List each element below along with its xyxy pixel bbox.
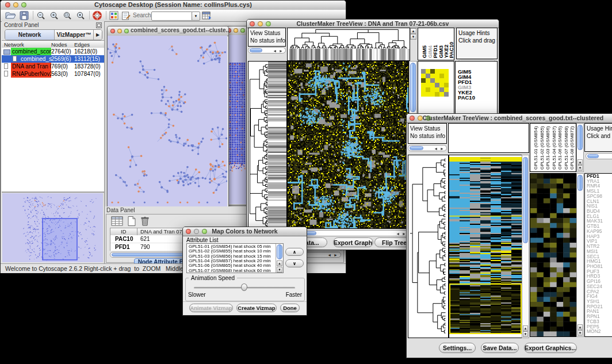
matrix-cell <box>430 87 435 92</box>
column-label[interactable]: GPL51-06 (GSM865) <box>558 126 563 170</box>
attribute-item[interactable]: GPL51-06 (GSM865) heat shock 40 min <box>188 263 275 268</box>
similarity-matrix[interactable] <box>421 69 449 97</box>
network-view-window-1[interactable]: combined_scores_good.txt--cluste... <box>107 26 229 206</box>
move-down-button[interactable]: ∨ <box>285 259 304 267</box>
column-label[interactable]: GIM5 <box>422 45 427 58</box>
network-name[interactable]: RNAPuberNov2+ <box>11 70 51 78</box>
tab[interactable]: VizMapper™ <box>55 30 94 40</box>
zoom-out-icon[interactable] <box>36 11 46 20</box>
minimize-button[interactable] <box>234 28 238 33</box>
gene-label[interactable]: MON2 <box>585 329 612 334</box>
row-dendrogram-canvas[interactable] <box>248 61 287 229</box>
zoom-fit-icon[interactable] <box>76 11 86 20</box>
tab[interactable]: ▶ <box>94 30 102 40</box>
control-panel-tabs: NetworkVizMapper™▶ <box>5 29 102 40</box>
network-canvas[interactable] <box>108 36 227 206</box>
zoom-in-icon[interactable] <box>49 11 59 20</box>
zoomed-heatmap-canvas[interactable] <box>530 173 577 337</box>
scroll-up-icon[interactable]: ▲ <box>577 159 583 165</box>
network-name[interactable]: combined_scores <box>11 48 51 55</box>
scroll-down-icon[interactable]: ▼ <box>523 331 528 337</box>
attribute-listbox[interactable]: GPL51-01 (GSM854) heat shock 05 minGPL51… <box>186 243 284 273</box>
scroll-arrows-icon[interactable]: ◄ ► <box>273 49 284 53</box>
attribute-item[interactable]: GPL51-07 (GSM868) heat shock 60 min <box>188 269 275 272</box>
speed-slider-thumb[interactable] <box>241 283 247 291</box>
scroll-up-icon[interactable]: ▲ <box>577 324 583 330</box>
view-status-hscrollbar[interactable]: ◄ ► <box>408 145 447 151</box>
main-titlebar[interactable]: Cytoscape Desktop (Session Name: collins… <box>1 1 346 10</box>
column-label[interactable]: GPL51-07 (GSM868) <box>564 126 569 170</box>
minimize-button[interactable] <box>117 29 122 33</box>
zoomed-vscrollbar[interactable]: ▲ ▼ <box>576 173 584 337</box>
column-label[interactable]: GPL51-08 (GSM872) <box>570 126 575 170</box>
network-name[interactable]: DNA and Tran 07 <box>11 63 51 70</box>
node-attributes-icon[interactable] <box>109 11 118 20</box>
row-label[interactable]: PAC10 <box>456 95 497 100</box>
treeview-window-combined: ClusterMaker TreeView : combined_scores_… <box>406 113 612 358</box>
network-row[interactable]: combined_sco 2569(6) 13112(15) <box>2 55 104 63</box>
tab[interactable]: Network <box>5 30 55 40</box>
treeview-button[interactable]: Export Graphics... <box>333 237 373 247</box>
dialog-button[interactable]: Animate Vizmap <box>189 304 233 312</box>
save-icon[interactable] <box>20 11 29 20</box>
column-label[interactable]: PAC10 <box>449 42 454 58</box>
network-name[interactable]: combined_sco <box>20 55 52 63</box>
column-label[interactable]: GPL51-02 (GSM855) <box>540 126 545 170</box>
control-panel-title: Control Panel <box>4 22 39 28</box>
listbox-vscrollbar[interactable]: ▲ ▼ <box>276 244 283 273</box>
treeview-button[interactable]: Save Data... <box>481 343 519 353</box>
zoom-selected-icon[interactable] <box>63 11 72 20</box>
attribute-item[interactable]: GPL51-02 (GSM855) heat shock 10 min <box>188 249 275 254</box>
zoom-button[interactable] <box>240 28 245 33</box>
attribute-item[interactable]: GPL51-01 (GSM854) heat shock 05 min <box>188 244 275 249</box>
network-row[interactable]: DNA and Tran 07 769(0) 183728(0) <box>2 63 104 70</box>
scroll-up-icon[interactable]: ▲ <box>523 325 528 331</box>
close-button[interactable] <box>110 29 115 33</box>
float-panel-icon[interactable] <box>96 22 102 28</box>
trash-icon[interactable] <box>140 216 150 227</box>
scroll-up-icon[interactable]: ▲ <box>410 28 416 34</box>
treeview-button[interactable]: Export Graphics... <box>524 343 577 353</box>
annotation-icon[interactable] <box>121 11 131 20</box>
attribute-item[interactable]: GPL51-04 (GSM857) heat shock 20 min <box>188 259 275 263</box>
network-edges: 13112(15) <box>74 55 100 63</box>
col-header-id[interactable]: ID <box>121 228 127 235</box>
column-dendrogram-panel[interactable] <box>448 123 529 153</box>
view-status-hscrollbar[interactable]: ◄ ► <box>248 47 286 53</box>
zoom-button[interactable] <box>124 29 129 33</box>
scroll-up-icon[interactable]: ▲ <box>277 260 282 266</box>
birdseye-overview-canvas[interactable] <box>2 193 103 262</box>
scroll-down-icon[interactable]: ▼ <box>277 267 282 273</box>
dialog-button[interactable]: Done <box>280 304 300 312</box>
row-dendrogram-canvas[interactable] <box>408 155 449 338</box>
search-dropdown-icon[interactable]: ▼ <box>192 12 200 21</box>
scroll-arrows-icon[interactable]: ◄ ► <box>396 232 407 236</box>
new-file-icon[interactable] <box>127 216 136 227</box>
usage-hints-hscrollbar[interactable] <box>586 153 612 159</box>
heatmap-canvas[interactable] <box>449 155 522 338</box>
help-lifesaver-icon[interactable] <box>93 11 102 20</box>
import-table-icon[interactable] <box>202 11 212 20</box>
heatmap-canvas[interactable] <box>287 61 409 229</box>
scroll-arrows-icon[interactable]: ◄ ► <box>327 253 338 257</box>
network-row[interactable]: combined_scores 2764(0) 16218(0) <box>2 48 104 55</box>
table-icon[interactable] <box>111 216 124 227</box>
column-label[interactable]: PFD1 <box>433 45 438 58</box>
heatmap-vscrollbar[interactable]: ▲ ▼ <box>522 155 529 338</box>
scroll-arrows-icon[interactable]: ◄ ► <box>434 147 445 151</box>
open-file-icon[interactable] <box>5 11 16 20</box>
column-label[interactable]: GPL51-04 (GSM857) <box>552 126 557 170</box>
column-label[interactable]: GPL51-03 (GSM856) <box>546 126 550 170</box>
scroll-down-icon[interactable]: ▼ <box>577 165 583 171</box>
dialog-button[interactable]: Create Vizmap <box>236 304 277 312</box>
scroll-down-icon[interactable]: ▼ <box>577 330 583 336</box>
column-label[interactable]: GPL51-01 (GSM854) <box>534 126 538 170</box>
scroll-down-icon[interactable]: ▼ <box>410 34 416 40</box>
treeview-button[interactable]: Settings... <box>439 343 476 353</box>
attribute-item[interactable]: GPL51-03 (GSM856) heat shock 15 min <box>188 254 275 259</box>
column-dendrogram-canvas[interactable] <box>287 28 410 61</box>
network-row[interactable]: RNAPuberNov2+ 563(0) 107847(0) <box>2 70 104 78</box>
search-input[interactable] <box>151 12 193 21</box>
move-up-button[interactable]: ∧ <box>285 248 304 256</box>
column-labels-vscrollbar[interactable]: ▲ ▼ <box>576 123 584 172</box>
